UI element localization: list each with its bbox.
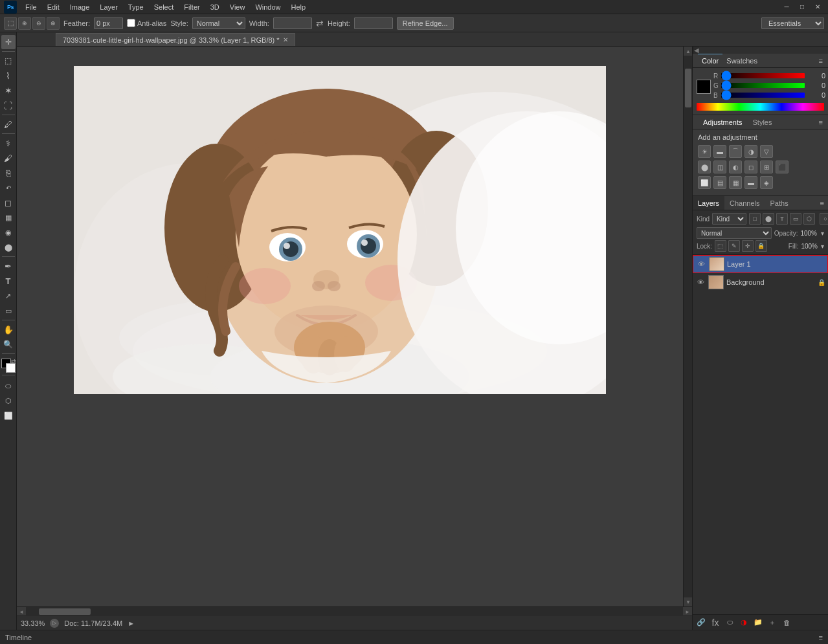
threshold-icon[interactable]: ▦ bbox=[729, 176, 742, 189]
layers-panel-menu-icon[interactable]: ≡ bbox=[816, 199, 828, 207]
menu-filter[interactable]: Filter bbox=[179, 2, 204, 12]
type-tool[interactable]: T bbox=[1, 274, 16, 288]
menu-view[interactable]: View bbox=[225, 2, 250, 12]
subtract-selection-btn[interactable]: ⊖ bbox=[32, 17, 45, 30]
panel-collapse-handle[interactable]: ◀ bbox=[693, 47, 699, 54]
close-button[interactable]: ✕ bbox=[811, 1, 824, 14]
quick-mask-tool[interactable]: ⬭ bbox=[1, 379, 16, 393]
feather-input[interactable] bbox=[94, 17, 123, 29]
height-input[interactable] bbox=[354, 17, 393, 29]
foreground-background-colors[interactable]: ⇄ bbox=[1, 359, 16, 373]
layer-filter-toggle-icon[interactable]: ○ bbox=[820, 213, 828, 225]
new-selection-btn[interactable]: ⬚ bbox=[4, 17, 17, 30]
add-selection-btn[interactable]: ⊕ bbox=[18, 17, 31, 30]
layers-kind-select[interactable]: Kind Name Effect Mode bbox=[712, 213, 746, 225]
red-slider[interactable] bbox=[721, 73, 805, 78]
menu-help[interactable]: Help bbox=[287, 2, 311, 12]
menu-layer[interactable]: Layer bbox=[95, 2, 122, 12]
scroll-down-arrow[interactable]: ▼ bbox=[684, 597, 692, 606]
selective-color-icon[interactable]: ◈ bbox=[760, 176, 773, 189]
blend-mode-select[interactable]: Normal Dissolve Multiply Screen Overlay bbox=[697, 227, 772, 239]
tab-adjustments[interactable]: Adjustments bbox=[698, 117, 748, 128]
brightness-contrast-icon[interactable]: ☀ bbox=[698, 145, 711, 158]
color-balance-icon[interactable]: ◫ bbox=[713, 161, 726, 173]
document-tab[interactable]: 7039381-cute-little-girl-hd-wallpaper.jp… bbox=[56, 33, 295, 46]
new-group-icon[interactable]: 📁 bbox=[752, 617, 764, 628]
menu-file[interactable]: File bbox=[21, 2, 41, 12]
menu-window[interactable]: Window bbox=[251, 2, 285, 12]
color-panel-options-icon[interactable]: ≡ bbox=[819, 57, 823, 65]
swap-wh-icon[interactable]: ⇄ bbox=[316, 18, 324, 28]
add-style-icon[interactable]: fx bbox=[710, 617, 721, 628]
dodge-tool[interactable]: ⬤ bbox=[1, 240, 16, 254]
menu-select[interactable]: Select bbox=[150, 2, 179, 12]
move-tool[interactable]: ✛ bbox=[1, 35, 16, 49]
width-input[interactable] bbox=[273, 17, 312, 29]
delete-layer-icon[interactable]: 🗑 bbox=[781, 617, 792, 628]
hand-tool[interactable]: ✋ bbox=[1, 322, 16, 337]
lasso-tool[interactable]: ⌇ bbox=[1, 69, 16, 83]
shape-tool[interactable]: ▭ bbox=[1, 304, 16, 318]
tab-paths[interactable]: Paths bbox=[765, 196, 794, 210]
tab-channels[interactable]: Channels bbox=[724, 196, 765, 210]
lock-position-icon[interactable]: ✛ bbox=[742, 240, 754, 252]
vertical-scrollbar[interactable]: ▲ ▼ bbox=[683, 47, 692, 606]
swap-colors-icon[interactable]: ⇄ bbox=[11, 358, 16, 364]
path-select-tool[interactable]: ↗ bbox=[1, 289, 16, 303]
scroll-v-thumb[interactable] bbox=[685, 69, 691, 107]
tab-color[interactable]: Color bbox=[698, 54, 722, 68]
opacity-arrow-icon[interactable]: ▾ bbox=[821, 230, 824, 237]
color-lookup-icon[interactable]: ⬛ bbox=[776, 161, 789, 173]
color-preview-box[interactable] bbox=[697, 80, 711, 94]
scroll-left-arrow[interactable]: ◄ bbox=[17, 607, 26, 616]
marquee-rect-tool[interactable]: ⬚ bbox=[1, 54, 16, 68]
lock-all-icon[interactable]: 🔒 bbox=[755, 240, 767, 252]
scroll-right-arrow[interactable]: ► bbox=[683, 607, 692, 616]
intersect-selection-btn[interactable]: ⊗ bbox=[47, 17, 60, 30]
green-slider[interactable] bbox=[721, 83, 805, 88]
bw-icon[interactable]: ◐ bbox=[729, 161, 742, 173]
layer-filter-type-icon[interactable]: T bbox=[776, 213, 788, 225]
gradient-map-icon[interactable]: ▬ bbox=[744, 176, 757, 189]
levels-icon[interactable]: ▬ bbox=[713, 145, 726, 158]
menu-type[interactable]: Type bbox=[124, 2, 148, 12]
gradient-tool[interactable]: ▦ bbox=[1, 210, 16, 225]
tab-close-icon[interactable]: ✕ bbox=[283, 36, 288, 43]
hsl-icon[interactable]: ⬤ bbox=[698, 161, 711, 173]
status-arrow-icon[interactable]: ► bbox=[128, 619, 135, 627]
clone-stamp-tool[interactable]: ⎘ bbox=[1, 166, 16, 180]
layer-item-layer1[interactable]: 👁 Layer 1 bbox=[693, 255, 828, 273]
posterize-icon[interactable]: ▤ bbox=[713, 176, 726, 189]
blur-tool[interactable]: ◉ bbox=[1, 225, 16, 239]
scroll-h-track[interactable] bbox=[26, 607, 683, 616]
menu-3d[interactable]: 3D bbox=[206, 2, 224, 12]
background-visibility-icon[interactable]: 👁 bbox=[695, 277, 706, 287]
adj-panel-options-icon[interactable]: ≡ bbox=[819, 118, 823, 126]
style-select[interactable]: Normal Fixed Ratio Fixed Size bbox=[192, 17, 245, 29]
eraser-tool[interactable]: ◻ bbox=[1, 195, 16, 210]
vibrance-icon[interactable]: ▽ bbox=[760, 145, 773, 158]
fill-value[interactable]: 100% bbox=[801, 243, 818, 250]
refine-edge-button[interactable]: Refine Edge... bbox=[397, 17, 454, 30]
tab-styles[interactable]: Styles bbox=[748, 117, 778, 128]
invert-icon[interactable]: ⬜ bbox=[698, 176, 711, 189]
scroll-v-track[interactable] bbox=[684, 56, 692, 597]
crop-tool[interactable]: ⛶ bbox=[1, 98, 16, 113]
history-brush-tool[interactable]: ↶ bbox=[1, 181, 16, 195]
brush-tool[interactable]: 🖌 bbox=[1, 151, 16, 165]
photo-filter-icon[interactable]: ◻ bbox=[744, 161, 757, 173]
opacity-value[interactable]: 100% bbox=[800, 230, 817, 237]
layer-filter-shape-icon[interactable]: ▭ bbox=[790, 213, 801, 225]
menu-image[interactable]: Image bbox=[65, 2, 95, 12]
lock-transparent-icon[interactable]: ⬚ bbox=[715, 240, 726, 252]
background-layer-name[interactable]: Background bbox=[726, 278, 815, 286]
add-mask-icon[interactable]: ⬭ bbox=[724, 617, 735, 628]
anti-alias-checkbox[interactable]: Anti-alias bbox=[127, 19, 166, 27]
status-info-icon[interactable]: ▷ bbox=[50, 619, 59, 628]
create-adj-layer-icon[interactable]: ◑ bbox=[738, 617, 750, 628]
quick-select-tool[interactable]: ✶ bbox=[1, 83, 16, 98]
channel-mixer-icon[interactable]: ⊞ bbox=[760, 161, 773, 173]
maximize-button[interactable]: □ bbox=[796, 1, 809, 14]
color-spectrum[interactable] bbox=[697, 103, 824, 111]
menu-edit[interactable]: Edit bbox=[43, 2, 64, 12]
